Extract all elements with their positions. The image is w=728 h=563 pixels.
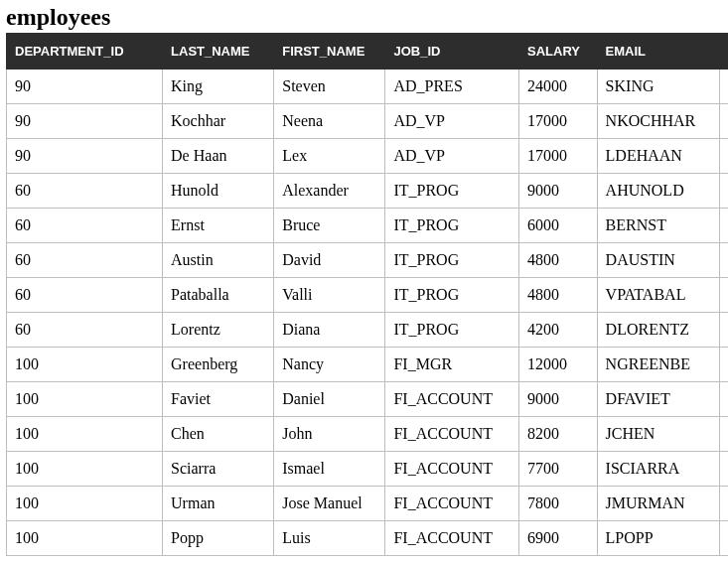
col-header-first-name[interactable]: FIRST_NAME bbox=[274, 34, 385, 70]
cell-salary[interactable]: 17000 bbox=[519, 139, 598, 174]
cell-salary[interactable]: 7700 bbox=[519, 452, 598, 487]
cell-job_id[interactable]: FI_ACCOUNT bbox=[385, 417, 519, 452]
cell-department_id[interactable]: 90 bbox=[7, 104, 163, 139]
cell-job_id[interactable]: FI_MGR bbox=[385, 348, 519, 382]
cell-last_name[interactable]: Greenberg bbox=[163, 348, 274, 382]
cell-first_name[interactable]: Jose Manuel bbox=[274, 487, 385, 521]
cell-salary[interactable]: 12000 bbox=[519, 348, 598, 382]
cell-salary[interactable]: 6900 bbox=[519, 521, 598, 556]
table-row[interactable]: 100ChenJohnFI_ACCOUNT8200JCHEN108 bbox=[7, 417, 729, 452]
cell-email[interactable]: JCHEN bbox=[597, 417, 719, 452]
cell-last_name[interactable]: Sciarra bbox=[163, 452, 274, 487]
cell-job_id[interactable]: IT_PROG bbox=[385, 174, 519, 209]
cell-last_name[interactable]: Popp bbox=[163, 521, 274, 556]
cell-first_name[interactable]: Lex bbox=[274, 139, 385, 174]
cell-salary[interactable]: 7800 bbox=[519, 487, 598, 521]
cell-first_name[interactable]: Nancy bbox=[274, 348, 385, 382]
cell-last_name[interactable]: Faviet bbox=[163, 382, 274, 417]
cell-manager_id[interactable]: 108 bbox=[720, 521, 729, 556]
cell-last_name[interactable]: Hunold bbox=[163, 174, 274, 209]
table-row[interactable]: 60LorentzDianaIT_PROG4200DLORENTZ103 bbox=[7, 313, 729, 348]
cell-first_name[interactable]: Daniel bbox=[274, 382, 385, 417]
cell-manager_id[interactable]: 108 bbox=[720, 417, 729, 452]
cell-department_id[interactable]: 60 bbox=[7, 243, 163, 278]
cell-first_name[interactable]: Diana bbox=[274, 313, 385, 348]
table-row[interactable]: 60ErnstBruceIT_PROG6000BERNST103 bbox=[7, 209, 729, 243]
cell-job_id[interactable]: AD_VP bbox=[385, 139, 519, 174]
cell-last_name[interactable]: Austin bbox=[163, 243, 274, 278]
cell-email[interactable]: LDEHAAN bbox=[597, 139, 719, 174]
cell-department_id[interactable]: 60 bbox=[7, 209, 163, 243]
cell-salary[interactable]: 9000 bbox=[519, 382, 598, 417]
cell-last_name[interactable]: Ernst bbox=[163, 209, 274, 243]
cell-manager_id[interactable]: 100 bbox=[720, 104, 729, 139]
cell-department_id[interactable]: 100 bbox=[7, 521, 163, 556]
cell-first_name[interactable]: John bbox=[274, 417, 385, 452]
cell-manager_id[interactable]: 108 bbox=[720, 452, 729, 487]
cell-salary[interactable]: 24000 bbox=[519, 70, 598, 104]
cell-department_id[interactable]: 90 bbox=[7, 70, 163, 104]
cell-last_name[interactable]: Pataballa bbox=[163, 278, 274, 313]
col-header-job-id[interactable]: JOB_ID bbox=[385, 34, 519, 70]
cell-manager_id[interactable]: 101 bbox=[720, 348, 729, 382]
col-header-salary[interactable]: SALARY bbox=[519, 34, 598, 70]
cell-salary[interactable]: 9000 bbox=[519, 174, 598, 209]
cell-job_id[interactable]: FI_ACCOUNT bbox=[385, 452, 519, 487]
cell-department_id[interactable]: 90 bbox=[7, 139, 163, 174]
cell-last_name[interactable]: Chen bbox=[163, 417, 274, 452]
cell-email[interactable]: VPATABAL bbox=[597, 278, 719, 313]
cell-last_name[interactable]: Lorentz bbox=[163, 313, 274, 348]
cell-job_id[interactable]: FI_ACCOUNT bbox=[385, 382, 519, 417]
cell-last_name[interactable]: Urman bbox=[163, 487, 274, 521]
cell-department_id[interactable]: 100 bbox=[7, 382, 163, 417]
cell-email[interactable]: BERNST bbox=[597, 209, 719, 243]
col-header-email[interactable]: EMAIL bbox=[597, 34, 719, 70]
cell-department_id[interactable]: 100 bbox=[7, 487, 163, 521]
cell-salary[interactable]: 17000 bbox=[519, 104, 598, 139]
col-header-department-id[interactable]: DEPARTMENT_ID bbox=[7, 34, 163, 70]
cell-salary[interactable]: 4800 bbox=[519, 278, 598, 313]
cell-first_name[interactable]: Neena bbox=[274, 104, 385, 139]
cell-job_id[interactable]: IT_PROG bbox=[385, 243, 519, 278]
cell-last_name[interactable]: King bbox=[163, 70, 274, 104]
col-header-manager-id[interactable]: MANAGER_ID bbox=[720, 34, 729, 70]
cell-first_name[interactable]: Luis bbox=[274, 521, 385, 556]
table-row[interactable]: 100FavietDanielFI_ACCOUNT9000DFAVIET108 bbox=[7, 382, 729, 417]
scroll-viewport[interactable]: employees DEPARTMENT_ID LAST_NAME FIRST_… bbox=[0, 0, 728, 563]
cell-salary[interactable]: 4800 bbox=[519, 243, 598, 278]
cell-department_id[interactable]: 60 bbox=[7, 313, 163, 348]
cell-last_name[interactable]: De Haan bbox=[163, 139, 274, 174]
cell-email[interactable]: JMURMAN bbox=[597, 487, 719, 521]
cell-department_id[interactable]: 100 bbox=[7, 452, 163, 487]
table-row[interactable]: 60PataballaValliIT_PROG4800VPATABAL103 bbox=[7, 278, 729, 313]
cell-job_id[interactable]: AD_PRES bbox=[385, 70, 519, 104]
table-row[interactable]: 90KochharNeenaAD_VP17000NKOCHHAR100 bbox=[7, 104, 729, 139]
cell-email[interactable]: NKOCHHAR bbox=[597, 104, 719, 139]
cell-email[interactable]: DFAVIET bbox=[597, 382, 719, 417]
col-header-last-name[interactable]: LAST_NAME bbox=[163, 34, 274, 70]
cell-salary[interactable]: 4200 bbox=[519, 313, 598, 348]
cell-job_id[interactable]: FI_ACCOUNT bbox=[385, 521, 519, 556]
cell-first_name[interactable]: Ismael bbox=[274, 452, 385, 487]
cell-job_id[interactable]: AD_VP bbox=[385, 104, 519, 139]
table-row[interactable]: 60HunoldAlexanderIT_PROG9000AHUNOLD102 bbox=[7, 174, 729, 209]
cell-department_id[interactable]: 60 bbox=[7, 278, 163, 313]
cell-email[interactable]: AHUNOLD bbox=[597, 174, 719, 209]
cell-email[interactable]: DLORENTZ bbox=[597, 313, 719, 348]
cell-manager_id[interactable]: 103 bbox=[720, 209, 729, 243]
cell-first_name[interactable]: Alexander bbox=[274, 174, 385, 209]
cell-manager_id[interactable]: 108 bbox=[720, 487, 729, 521]
cell-first_name[interactable]: Bruce bbox=[274, 209, 385, 243]
cell-email[interactable]: ISCIARRA bbox=[597, 452, 719, 487]
cell-manager_id[interactable]: 103 bbox=[720, 313, 729, 348]
cell-job_id[interactable]: IT_PROG bbox=[385, 313, 519, 348]
cell-manager_id[interactable]: 103 bbox=[720, 243, 729, 278]
cell-email[interactable]: NGREENBE bbox=[597, 348, 719, 382]
cell-manager_id[interactable] bbox=[720, 70, 729, 104]
table-row[interactable]: 100GreenbergNancyFI_MGR12000NGREENBE101 bbox=[7, 348, 729, 382]
table-row[interactable]: 100SciarraIsmaelFI_ACCOUNT7700ISCIARRA10… bbox=[7, 452, 729, 487]
cell-salary[interactable]: 6000 bbox=[519, 209, 598, 243]
cell-email[interactable]: DAUSTIN bbox=[597, 243, 719, 278]
cell-manager_id[interactable]: 103 bbox=[720, 278, 729, 313]
cell-department_id[interactable]: 100 bbox=[7, 348, 163, 382]
